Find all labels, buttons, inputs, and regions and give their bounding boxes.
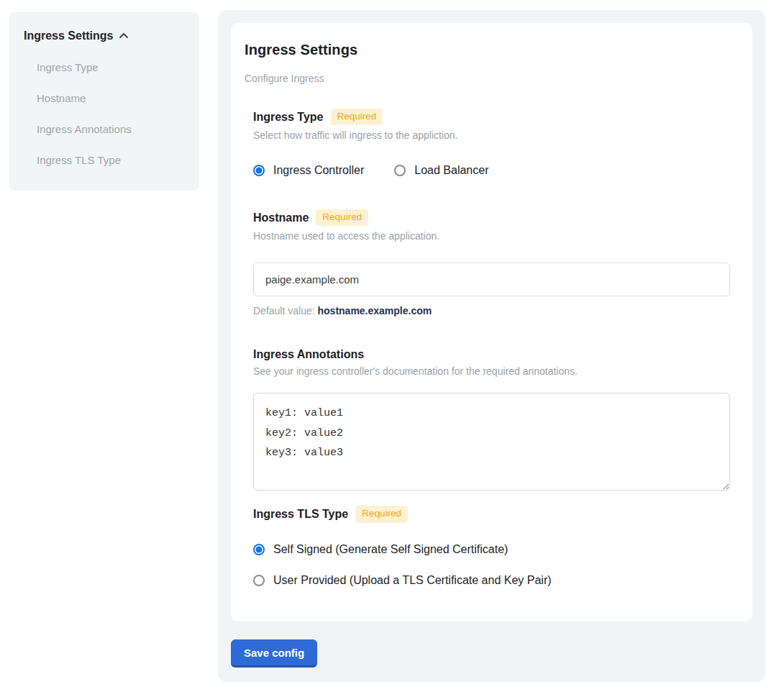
radio-user-provided-label: User Provided (Upload a TLS Certificate …: [273, 574, 552, 587]
section-ingress-type: Ingress Type Required Select how traffic…: [253, 109, 731, 177]
radio-ingress-controller-label: Ingress Controller: [273, 164, 364, 177]
settings-card: Ingress Settings Configure Ingress Ingre…: [231, 23, 752, 621]
hostname-default-host: hostname.example.com: [318, 305, 432, 316]
sidebar-item-ingress-type[interactable]: Ingress Type: [37, 61, 185, 73]
radio-load-balancer[interactable]: Load Balancer: [394, 164, 488, 177]
page-subtitle: Configure Ingress: [245, 73, 731, 84]
sidebar-item-ingress-annotations[interactable]: Ingress Annotations: [37, 123, 185, 135]
required-badge: Required: [316, 209, 368, 226]
page-title: Ingress Settings: [245, 42, 731, 58]
hostname-default-label: Default value:: [253, 305, 318, 316]
section-hostname: Hostname Required Hostname used to acces…: [253, 209, 731, 316]
sidebar: Ingress Settings Ingress Type Hostname I…: [9, 12, 199, 191]
required-badge: Required: [331, 109, 383, 125]
sidebar-title: Ingress Settings: [24, 29, 113, 42]
save-config-button[interactable]: Save config: [231, 639, 317, 668]
sidebar-section-toggle[interactable]: Ingress Settings: [24, 29, 185, 42]
hostname-description: Hostname used to access the application.: [253, 230, 731, 242]
radio-load-balancer-circle[interactable]: [394, 165, 406, 176]
radio-user-provided-circle[interactable]: [253, 575, 265, 586]
radio-self-signed[interactable]: Self Signed (Generate Self Signed Certif…: [253, 543, 731, 556]
ingress-tls-type-heading: Ingress TLS Type: [253, 508, 348, 521]
radio-load-balancer-label: Load Balancer: [414, 164, 488, 177]
sidebar-item-hostname[interactable]: Hostname: [37, 92, 185, 104]
section-ingress-tls-type: Ingress TLS Type Required Self Signed (G…: [253, 506, 731, 586]
ingress-annotations-description: See your ingress controller's documentat…: [253, 365, 731, 377]
required-badge: Required: [355, 506, 408, 522]
section-ingress-annotations: Ingress Annotations See your ingress con…: [253, 348, 731, 491]
radio-self-signed-circle[interactable]: [253, 544, 265, 555]
hostname-heading: Hostname: [253, 211, 309, 224]
ingress-annotations-textarea[interactable]: key1: value1 key2: value2 key3: value3: [253, 393, 730, 491]
ingress-annotations-heading: Ingress Annotations: [253, 348, 364, 361]
page: Ingress Settings Ingress Type Hostname I…: [0, 0, 784, 697]
radio-self-signed-label: Self Signed (Generate Self Signed Certif…: [273, 543, 508, 556]
sidebar-item-ingress-tls-type[interactable]: Ingress TLS Type: [37, 154, 185, 166]
ingress-type-description: Select how traffic will ingress to the a…: [253, 129, 731, 141]
radio-ingress-controller[interactable]: Ingress Controller: [253, 164, 364, 177]
settings-panel: Ingress Settings Configure Ingress Ingre…: [218, 10, 765, 682]
hostname-default-value: Default value: hostname.example.com: [253, 305, 731, 316]
radio-ingress-controller-circle[interactable]: [253, 165, 265, 176]
ingress-type-heading: Ingress Type: [253, 111, 324, 124]
radio-user-provided[interactable]: User Provided (Upload a TLS Certificate …: [253, 574, 731, 587]
hostname-input[interactable]: [253, 263, 730, 296]
chevron-up-icon: [119, 31, 129, 41]
